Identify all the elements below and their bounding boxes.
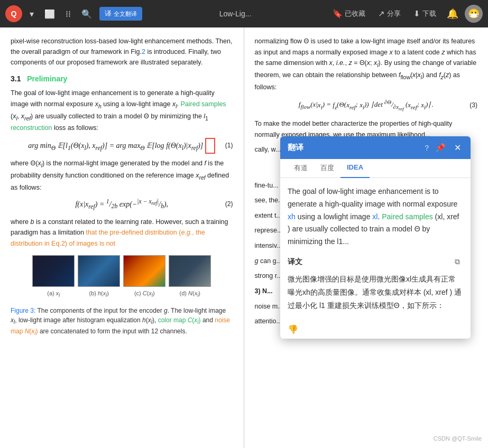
formula-3: fflow(x|xl) = fz(Θ(xref; xl)) ∣det ∂Θ/∂x… <box>255 98 477 113</box>
figure-image-d <box>169 255 211 287</box>
figure-label-b: (b) h(xl) <box>89 289 109 300</box>
thumbs-down-button[interactable]: 👎 <box>288 324 298 334</box>
the-word: The <box>11 89 24 97</box>
paper-paragraph-1: The goal of low-light image enhancement … <box>11 88 233 134</box>
right-para-1: normalizing flow Θ is used to take a low… <box>255 36 477 92</box>
popup-title: 翻译 <box>288 143 420 153</box>
section-name: Preliminary <box>27 74 67 83</box>
formula-1-box <box>205 138 216 154</box>
figure-item-b: (b) h(xl) <box>78 255 120 300</box>
copy-translation-button[interactable]: ⧉ <box>452 255 463 268</box>
figure-item-a: (a) xl <box>32 255 75 300</box>
formula-2: f(x|xref) = 1/2b exp(−|x − xref|/b), (2) <box>11 197 233 212</box>
translation-popup: 翻译 ? 📌 ✕ 有道 百度 IDEA The goal of low-ligh… <box>280 136 471 339</box>
bookmark-icon: 🔖 <box>333 9 343 18</box>
popup-header: 翻译 ? 📌 ✕ <box>280 136 471 159</box>
formula-2-number: (2) <box>225 200 233 210</box>
figure-3-caption: Figure 3: The components of the input fo… <box>11 306 233 337</box>
figure-item-d: (d) N(xl) <box>169 255 211 300</box>
figure-image-c <box>123 255 165 287</box>
bookmark-label: 已收藏 <box>345 9 365 18</box>
section-number: 3.1 <box>11 74 21 83</box>
csdn-watermark: CSDN @QT-Smile <box>434 435 482 442</box>
paper-paragraph-2: where Θ(xl) is the normal-light image ge… <box>11 158 233 193</box>
popup-footer: 👎 <box>280 320 471 339</box>
toolbar-window-icon[interactable]: ⬜ <box>41 7 58 21</box>
share-icon: ↗ <box>378 9 385 18</box>
toolbar: Q ▾ ⬜ ⁞⁞ 🔍 译 全文翻译 Low-Lig... 🔖 已收藏 ↗ 分享 … <box>0 0 488 27</box>
tab-idea[interactable]: IDEA <box>340 159 370 178</box>
paper-intro-text: pixel-wise reconstruction loss-based low… <box>11 36 233 68</box>
translate-button[interactable]: 译 全文翻译 <box>99 7 142 21</box>
download-button[interactable]: ⬇ 下载 <box>409 7 440 21</box>
original-text: The goal of low-light image enhancement … <box>288 185 463 249</box>
figure-image-b <box>78 255 120 287</box>
section-header: 3.1 Preliminary <box>11 73 233 85</box>
question-icon: ? <box>425 144 429 152</box>
share-label: 分享 <box>387 9 401 18</box>
figure-image-a <box>32 255 75 287</box>
toolbar-arrow-down[interactable]: ▾ <box>26 7 37 21</box>
notification-button[interactable]: 🔔 <box>445 6 461 22</box>
figure-item-c: (c) C(xl) <box>123 255 165 300</box>
eq2-link[interactable]: 2 <box>61 240 65 247</box>
download-label: 下载 <box>422 9 436 18</box>
figure-label-a: (a) xl <box>47 289 60 300</box>
user-avatar[interactable]: 😷 <box>465 5 483 23</box>
document-title: Low-Lig... <box>146 10 324 18</box>
toolbar-layers-icon[interactable]: ⁞⁞ <box>62 7 74 21</box>
translate-label: 全文翻译 <box>114 11 137 17</box>
fig2-link[interactable]: 2 <box>142 48 145 55</box>
tab-youdao[interactable]: 有道 <box>288 159 314 178</box>
figure-label-c: (c) C(xl) <box>134 289 155 300</box>
toolbar-search-icon[interactable]: 🔍 <box>78 7 95 21</box>
share-button[interactable]: ↗ 分享 <box>374 7 405 21</box>
figure-label-d: (d) N(xl) <box>180 289 200 300</box>
paper-left-column: pixel-wise reconstruction loss-based low… <box>0 27 244 448</box>
bookmark-button[interactable]: 🔖 已收藏 <box>328 7 370 21</box>
popup-pin-button[interactable]: 📌 <box>433 142 448 154</box>
translation-text: 微光图像增强的目标是使用微光图像xl生成具有正常曝光xh的高质量图像。通常收集成… <box>288 273 463 313</box>
download-icon: ⬇ <box>413 9 420 18</box>
popup-close-button[interactable]: ✕ <box>452 142 463 154</box>
paper-paragraph-3: where b is a constant related to the lea… <box>11 217 233 249</box>
formula-1: arg minΘ 𝔼[l1(Θ(xl), xref)] = arg maxΘ 𝔼… <box>11 138 233 154</box>
translation-title: 译文 ⧉ <box>288 255 463 268</box>
formula-1-number: (1) <box>225 141 233 151</box>
app-logo[interactable]: Q <box>5 5 22 22</box>
popup-tabs: 有道 百度 IDEA <box>280 159 471 178</box>
popup-body: The goal of low-light image enhancement … <box>280 178 471 320</box>
figure-3-row: (a) xl (b) h(xl) (c) C(xl) (d) N(xl) <box>11 255 233 300</box>
tab-baidu[interactable]: 百度 <box>314 159 340 178</box>
translation-title-text: 译文 <box>288 257 302 267</box>
